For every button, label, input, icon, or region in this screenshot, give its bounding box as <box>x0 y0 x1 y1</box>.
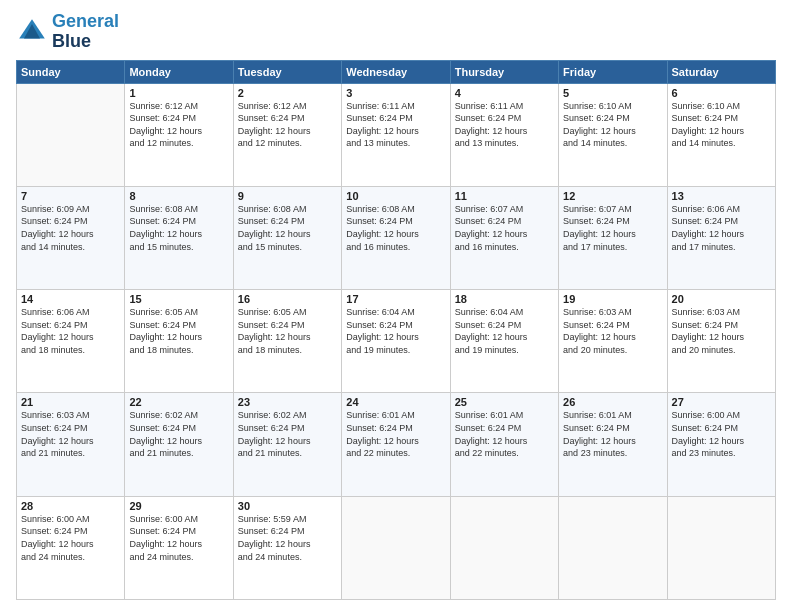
calendar-cell: 13Sunrise: 6:06 AM Sunset: 6:24 PM Dayli… <box>667 186 775 289</box>
day-number: 20 <box>672 293 771 305</box>
day-info: Sunrise: 6:08 AM Sunset: 6:24 PM Dayligh… <box>346 203 445 253</box>
day-number: 28 <box>21 500 120 512</box>
calendar-cell: 23Sunrise: 6:02 AM Sunset: 6:24 PM Dayli… <box>233 393 341 496</box>
day-number: 21 <box>21 396 120 408</box>
calendar-week-row: 21Sunrise: 6:03 AM Sunset: 6:24 PM Dayli… <box>17 393 776 496</box>
calendar-week-row: 14Sunrise: 6:06 AM Sunset: 6:24 PM Dayli… <box>17 290 776 393</box>
calendar-header-sunday: Sunday <box>17 60 125 83</box>
day-number: 14 <box>21 293 120 305</box>
calendar-cell: 8Sunrise: 6:08 AM Sunset: 6:24 PM Daylig… <box>125 186 233 289</box>
header: General Blue <box>16 12 776 52</box>
day-number: 24 <box>346 396 445 408</box>
day-number: 1 <box>129 87 228 99</box>
calendar-header-thursday: Thursday <box>450 60 558 83</box>
day-number: 8 <box>129 190 228 202</box>
calendar-cell: 10Sunrise: 6:08 AM Sunset: 6:24 PM Dayli… <box>342 186 450 289</box>
day-info: Sunrise: 6:08 AM Sunset: 6:24 PM Dayligh… <box>129 203 228 253</box>
day-info: Sunrise: 6:12 AM Sunset: 6:24 PM Dayligh… <box>238 100 337 150</box>
day-info: Sunrise: 6:01 AM Sunset: 6:24 PM Dayligh… <box>346 409 445 459</box>
day-info: Sunrise: 6:02 AM Sunset: 6:24 PM Dayligh… <box>129 409 228 459</box>
calendar-header-wednesday: Wednesday <box>342 60 450 83</box>
day-info: Sunrise: 6:12 AM Sunset: 6:24 PM Dayligh… <box>129 100 228 150</box>
day-number: 15 <box>129 293 228 305</box>
calendar-cell: 11Sunrise: 6:07 AM Sunset: 6:24 PM Dayli… <box>450 186 558 289</box>
calendar-cell: 28Sunrise: 6:00 AM Sunset: 6:24 PM Dayli… <box>17 496 125 599</box>
calendar-header-row: SundayMondayTuesdayWednesdayThursdayFrid… <box>17 60 776 83</box>
day-info: Sunrise: 6:02 AM Sunset: 6:24 PM Dayligh… <box>238 409 337 459</box>
day-info: Sunrise: 6:01 AM Sunset: 6:24 PM Dayligh… <box>455 409 554 459</box>
day-info: Sunrise: 6:00 AM Sunset: 6:24 PM Dayligh… <box>21 513 120 563</box>
day-info: Sunrise: 6:04 AM Sunset: 6:24 PM Dayligh… <box>455 306 554 356</box>
day-number: 18 <box>455 293 554 305</box>
calendar-cell: 3Sunrise: 6:11 AM Sunset: 6:24 PM Daylig… <box>342 83 450 186</box>
day-info: Sunrise: 6:03 AM Sunset: 6:24 PM Dayligh… <box>563 306 662 356</box>
day-info: Sunrise: 6:07 AM Sunset: 6:24 PM Dayligh… <box>455 203 554 253</box>
day-info: Sunrise: 6:04 AM Sunset: 6:24 PM Dayligh… <box>346 306 445 356</box>
calendar-header-saturday: Saturday <box>667 60 775 83</box>
day-number: 9 <box>238 190 337 202</box>
calendar-cell: 20Sunrise: 6:03 AM Sunset: 6:24 PM Dayli… <box>667 290 775 393</box>
day-info: Sunrise: 6:00 AM Sunset: 6:24 PM Dayligh… <box>672 409 771 459</box>
day-number: 3 <box>346 87 445 99</box>
calendar-cell: 29Sunrise: 6:00 AM Sunset: 6:24 PM Dayli… <box>125 496 233 599</box>
day-info: Sunrise: 6:07 AM Sunset: 6:24 PM Dayligh… <box>563 203 662 253</box>
calendar-cell: 7Sunrise: 6:09 AM Sunset: 6:24 PM Daylig… <box>17 186 125 289</box>
day-number: 12 <box>563 190 662 202</box>
day-number: 25 <box>455 396 554 408</box>
day-info: Sunrise: 6:10 AM Sunset: 6:24 PM Dayligh… <box>563 100 662 150</box>
calendar-cell: 6Sunrise: 6:10 AM Sunset: 6:24 PM Daylig… <box>667 83 775 186</box>
calendar-cell <box>342 496 450 599</box>
calendar-cell <box>559 496 667 599</box>
day-info: Sunrise: 6:11 AM Sunset: 6:24 PM Dayligh… <box>455 100 554 150</box>
day-number: 30 <box>238 500 337 512</box>
day-number: 11 <box>455 190 554 202</box>
calendar-cell: 22Sunrise: 6:02 AM Sunset: 6:24 PM Dayli… <box>125 393 233 496</box>
day-info: Sunrise: 6:00 AM Sunset: 6:24 PM Dayligh… <box>129 513 228 563</box>
day-number: 17 <box>346 293 445 305</box>
day-info: Sunrise: 6:03 AM Sunset: 6:24 PM Dayligh… <box>672 306 771 356</box>
day-info: Sunrise: 6:03 AM Sunset: 6:24 PM Dayligh… <box>21 409 120 459</box>
day-info: Sunrise: 6:09 AM Sunset: 6:24 PM Dayligh… <box>21 203 120 253</box>
day-number: 4 <box>455 87 554 99</box>
calendar-table: SundayMondayTuesdayWednesdayThursdayFrid… <box>16 60 776 600</box>
calendar-cell: 27Sunrise: 6:00 AM Sunset: 6:24 PM Dayli… <box>667 393 775 496</box>
calendar-cell <box>450 496 558 599</box>
calendar-cell <box>17 83 125 186</box>
calendar-cell: 16Sunrise: 6:05 AM Sunset: 6:24 PM Dayli… <box>233 290 341 393</box>
day-number: 13 <box>672 190 771 202</box>
calendar-cell: 17Sunrise: 6:04 AM Sunset: 6:24 PM Dayli… <box>342 290 450 393</box>
calendar-header-friday: Friday <box>559 60 667 83</box>
day-info: Sunrise: 6:06 AM Sunset: 6:24 PM Dayligh… <box>21 306 120 356</box>
day-info: Sunrise: 6:05 AM Sunset: 6:24 PM Dayligh… <box>129 306 228 356</box>
calendar-cell: 15Sunrise: 6:05 AM Sunset: 6:24 PM Dayli… <box>125 290 233 393</box>
calendar-cell: 12Sunrise: 6:07 AM Sunset: 6:24 PM Dayli… <box>559 186 667 289</box>
calendar-cell: 5Sunrise: 6:10 AM Sunset: 6:24 PM Daylig… <box>559 83 667 186</box>
day-number: 2 <box>238 87 337 99</box>
day-info: Sunrise: 6:05 AM Sunset: 6:24 PM Dayligh… <box>238 306 337 356</box>
logo-text: General Blue <box>52 12 119 52</box>
calendar-week-row: 28Sunrise: 6:00 AM Sunset: 6:24 PM Dayli… <box>17 496 776 599</box>
day-number: 26 <box>563 396 662 408</box>
calendar-cell: 19Sunrise: 6:03 AM Sunset: 6:24 PM Dayli… <box>559 290 667 393</box>
day-number: 27 <box>672 396 771 408</box>
day-info: Sunrise: 6:06 AM Sunset: 6:24 PM Dayligh… <box>672 203 771 253</box>
calendar-cell: 4Sunrise: 6:11 AM Sunset: 6:24 PM Daylig… <box>450 83 558 186</box>
calendar-cell: 30Sunrise: 5:59 AM Sunset: 6:24 PM Dayli… <box>233 496 341 599</box>
calendar-cell: 1Sunrise: 6:12 AM Sunset: 6:24 PM Daylig… <box>125 83 233 186</box>
calendar-cell: 2Sunrise: 6:12 AM Sunset: 6:24 PM Daylig… <box>233 83 341 186</box>
day-info: Sunrise: 6:08 AM Sunset: 6:24 PM Dayligh… <box>238 203 337 253</box>
day-number: 5 <box>563 87 662 99</box>
calendar-cell: 18Sunrise: 6:04 AM Sunset: 6:24 PM Dayli… <box>450 290 558 393</box>
day-info: Sunrise: 6:10 AM Sunset: 6:24 PM Dayligh… <box>672 100 771 150</box>
calendar-header-monday: Monday <box>125 60 233 83</box>
calendar-cell: 24Sunrise: 6:01 AM Sunset: 6:24 PM Dayli… <box>342 393 450 496</box>
day-info: Sunrise: 6:01 AM Sunset: 6:24 PM Dayligh… <box>563 409 662 459</box>
day-number: 6 <box>672 87 771 99</box>
day-info: Sunrise: 5:59 AM Sunset: 6:24 PM Dayligh… <box>238 513 337 563</box>
day-number: 29 <box>129 500 228 512</box>
calendar-cell <box>667 496 775 599</box>
day-number: 22 <box>129 396 228 408</box>
day-number: 16 <box>238 293 337 305</box>
logo: General Blue <box>16 12 119 52</box>
day-number: 23 <box>238 396 337 408</box>
